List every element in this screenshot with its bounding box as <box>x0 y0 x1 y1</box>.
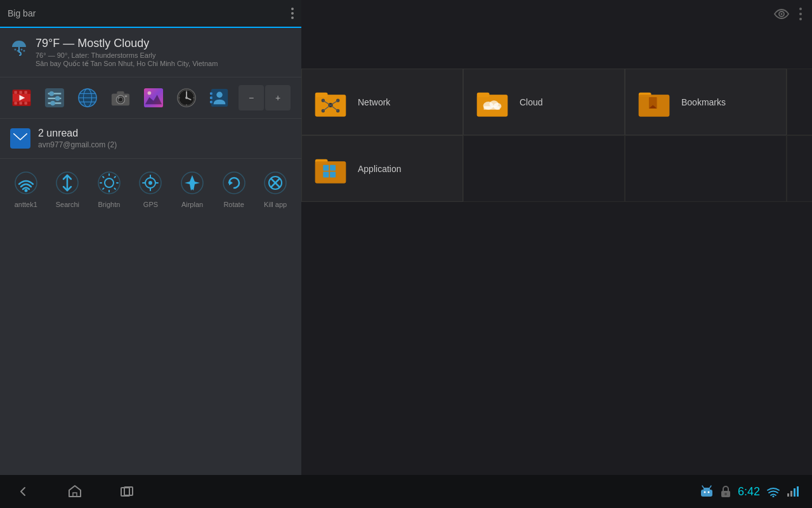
svg-point-42 <box>185 97 188 99</box>
network-folder-tile[interactable]: Network <box>301 69 463 135</box>
svg-point-37 <box>148 91 152 95</box>
qs-killapp[interactable]: Kill app <box>261 169 289 208</box>
svg-point-2 <box>17 50 19 52</box>
svg-rect-48 <box>210 93 213 95</box>
clock-shortcut-icon[interactable] <box>173 84 200 112</box>
home-button[interactable] <box>65 481 85 502</box>
svg-rect-129 <box>797 486 799 497</box>
visibility-icon[interactable] <box>774 6 789 24</box>
svg-rect-33 <box>125 95 128 97</box>
svg-point-18 <box>49 91 55 97</box>
cloud-folder-label: Cloud <box>520 97 543 107</box>
svg-rect-126 <box>787 493 789 497</box>
gallery-shortcut-icon[interactable] <box>140 84 167 112</box>
panel-header: Big bar <box>0 0 301 28</box>
status-wifi-icon <box>766 486 780 497</box>
qs-gps[interactable]: GPS <box>136 169 164 208</box>
svg-line-65 <box>114 177 115 177</box>
svg-rect-9 <box>14 91 16 93</box>
quick-settings-row: anttek1 Searchi <box>0 159 301 213</box>
qs-rotate[interactable]: Rotate <box>220 169 248 208</box>
gps-qs-icon <box>136 169 164 197</box>
qs-killapp-label: Kill app <box>264 201 287 208</box>
android-icon <box>700 485 714 498</box>
settings-shortcut-icon[interactable] <box>41 84 69 112</box>
bookmarks-folder-icon <box>636 84 672 121</box>
camera-shortcut-icon[interactable] <box>107 84 134 112</box>
svg-point-124 <box>724 493 727 495</box>
qs-brightness-label: Brightn <box>98 201 120 208</box>
svg-rect-49 <box>210 97 213 99</box>
calc-icons: − + <box>239 85 291 110</box>
qs-airplane[interactable]: Airplan <box>178 169 206 208</box>
notification-panel: Big bar 79°F — Mostly Cloudy 76° — 90 <box>0 0 301 483</box>
back-button[interactable] <box>13 481 33 502</box>
calc-minus-icon[interactable]: − <box>239 85 264 110</box>
svg-rect-10 <box>19 91 22 93</box>
email-widget[interactable]: 2 unread avn977@gmail.com (2) <box>0 119 301 159</box>
recent-apps-button[interactable] <box>117 481 137 502</box>
empty-tile-2 <box>463 135 625 202</box>
cloud-folder-tile[interactable]: Cloud <box>463 69 625 135</box>
svg-rect-14 <box>24 102 27 104</box>
svg-rect-108 <box>323 164 329 170</box>
svg-line-63 <box>103 177 103 177</box>
svg-rect-111 <box>330 171 336 177</box>
weather-icon <box>10 38 28 58</box>
application-folder-tile[interactable]: Application <box>301 135 463 202</box>
lock-icon <box>720 485 731 498</box>
svg-point-125 <box>773 496 775 498</box>
svg-point-3 <box>21 49 23 51</box>
contacts-shortcut-icon[interactable] <box>206 84 233 112</box>
weather-widget[interactable]: 79°F — Mostly Cloudy 76° — 90°, Later: T… <box>0 28 301 77</box>
qs-wifi[interactable]: anttek1 <box>12 169 40 208</box>
email-account: avn977@gmail.com (2) <box>38 140 117 149</box>
panel-menu-icon[interactable] <box>291 8 294 19</box>
weather-info: 79°F — Mostly Cloudy 76° — 90°, Later: T… <box>36 37 218 68</box>
svg-point-1 <box>15 49 16 51</box>
time-display: 6:42 <box>738 485 760 498</box>
svg-marker-76 <box>229 180 233 185</box>
svg-rect-29 <box>117 91 124 95</box>
video-shortcut-icon[interactable] <box>8 84 36 112</box>
signal-icon <box>787 486 799 497</box>
status-bar-right: 6:42 <box>700 485 799 498</box>
bookmarks-folder-tile[interactable]: Bookmarks <box>625 69 787 135</box>
svg-rect-12 <box>14 102 16 104</box>
svg-line-64 <box>114 189 115 189</box>
svg-rect-35 <box>144 88 163 107</box>
globe-shortcut-icon[interactable] <box>74 84 102 112</box>
qs-search-label: Searchi <box>56 201 79 208</box>
svg-point-75 <box>223 172 245 194</box>
email-unread-count: 2 unread <box>38 128 117 139</box>
content-area: Network Cloud <box>301 0 812 483</box>
network-folder-label: Network <box>358 97 390 107</box>
application-folder-icon <box>312 150 349 187</box>
empty-tile-3 <box>625 135 787 202</box>
calc-plus-icon[interactable]: + <box>265 85 291 110</box>
qs-brightness[interactable]: Brightn <box>95 169 123 208</box>
qs-search[interactable]: Searchi <box>53 169 81 208</box>
weather-temp: 79°F — Mostly Cloudy <box>36 37 218 50</box>
svg-rect-50 <box>210 101 213 104</box>
svg-point-22 <box>50 101 55 106</box>
svg-rect-127 <box>790 491 792 497</box>
more-options-icon[interactable] <box>799 6 802 24</box>
weather-location: Sân bay Quốc tế Tan Son Nhut, Ho Chi Min… <box>36 60 218 68</box>
top-right-icons <box>774 6 802 24</box>
wifi-qs-icon <box>12 169 40 197</box>
svg-point-32 <box>118 97 120 99</box>
bookmarks-folder-label: Bookmarks <box>681 97 726 107</box>
qs-airplane-label: Airplan <box>181 201 203 208</box>
svg-rect-109 <box>330 164 336 170</box>
svg-point-120 <box>707 491 709 493</box>
svg-rect-99 <box>484 106 500 109</box>
rotate-qs-icon <box>220 169 248 197</box>
svg-point-113 <box>781 13 783 15</box>
svg-rect-13 <box>19 102 22 104</box>
svg-point-54 <box>24 189 27 192</box>
bottom-nav-bar: 6:42 <box>0 475 812 508</box>
svg-line-122 <box>710 486 711 488</box>
nav-buttons <box>13 481 137 502</box>
panel-title: Big bar <box>8 8 36 18</box>
